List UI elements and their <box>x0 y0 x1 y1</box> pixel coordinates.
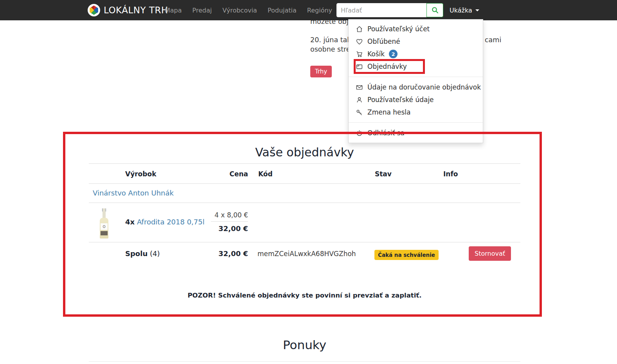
trhy-button[interactable]: Trhy <box>310 66 332 77</box>
navbar: LOKÁLNY TRH Mapa Predaj Výrobcovia Poduj… <box>0 0 617 20</box>
envelope-icon <box>356 84 363 91</box>
wallet-icon <box>356 63 363 70</box>
menu-divider <box>349 77 483 77</box>
cart-count-badge: 2 <box>389 50 398 58</box>
nav-item-vyrobcovia[interactable]: Výrobcovia <box>222 7 257 14</box>
line-total: 32,00 € <box>170 224 248 233</box>
menu-item-label: Objednávky <box>367 63 407 70</box>
product-qty: 4x <box>125 218 135 226</box>
chevron-down-icon <box>475 9 479 11</box>
search-group <box>336 3 443 17</box>
home-icon <box>356 25 363 33</box>
menu-item-orders[interactable]: Objednávky <box>349 60 483 73</box>
menu-item-label: Údaje na doručovanie objednávok <box>367 83 481 91</box>
nav-item-predaj[interactable]: Predaj <box>192 7 212 14</box>
nav-item-regiony[interactable]: Regióny <box>307 7 332 14</box>
col-header-vyrobok: Výrobok <box>125 170 156 178</box>
menu-divider <box>349 122 483 123</box>
price-block: 4 x 8,00 € 32,00 € <box>170 211 248 233</box>
menu-item-user-data[interactable]: Používateľské údaje <box>349 93 483 106</box>
price-divider <box>211 221 248 222</box>
orders-warning: POZOR! Schválené objednávky ste povinní … <box>89 292 520 299</box>
menu-item-change-password[interactable]: Zmena hesla <box>349 106 483 118</box>
search-input[interactable] <box>336 3 426 17</box>
user-menu-toggle[interactable]: Ukážka <box>450 0 479 20</box>
menu-item-label: Používateľské údaje <box>367 96 434 104</box>
menu-item-account[interactable]: Používateľský účet <box>349 23 483 35</box>
divider <box>89 242 520 242</box>
user-icon <box>356 96 363 104</box>
search-icon <box>431 6 439 14</box>
bg-text-line3: osobne stret <box>310 45 353 53</box>
brand-title: LOKÁLNY TRH <box>104 5 168 15</box>
nav-links: Mapa Predaj Výrobcovia Podujatia Regióny <box>165 0 347 20</box>
status-badge: Čaká na schválenie <box>374 250 439 260</box>
cart-icon <box>356 50 363 58</box>
product-thumbnail[interactable]: O <box>97 208 112 238</box>
menu-item-label: Zmena hesla <box>367 108 411 116</box>
menu-item-label: Používateľský účet <box>367 25 430 33</box>
page: LOKÁLNY TRH Mapa Predaj Výrobcovia Poduj… <box>0 0 617 364</box>
menu-item-logout[interactable]: Odhlásiť sa <box>349 127 483 139</box>
unit-price: 4 x 8,00 € <box>170 211 248 219</box>
bg-text-line2-right: cami <box>485 36 501 44</box>
summary-label-bold: Spolu <box>125 249 148 258</box>
menu-item-favorites[interactable]: Obľúbené <box>349 35 483 48</box>
menu-item-delivery-data[interactable]: Údaje na doručovanie objednávok <box>349 81 483 93</box>
user-dropdown-menu: Používateľský účet Obľúbené Košík 2 Obje… <box>348 19 483 143</box>
col-header-cena: Cena <box>209 170 248 178</box>
divider <box>89 183 520 184</box>
heart-icon <box>356 38 363 45</box>
divider <box>89 361 520 362</box>
bg-text-line2: 20. júna tak <box>310 36 351 44</box>
nav-item-podujatia[interactable]: Podujatia <box>268 7 297 14</box>
brand[interactable]: LOKÁLNY TRH <box>88 0 168 20</box>
menu-item-label: Obľúbené <box>367 38 400 45</box>
col-header-kod: Kód <box>258 170 273 178</box>
menu-item-cart[interactable]: Košík 2 <box>349 48 483 60</box>
col-header-info: Info <box>443 170 458 178</box>
site-logo-icon <box>88 4 100 16</box>
menu-item-label: Odhlásiť sa <box>367 129 405 137</box>
menu-item-label: Košík <box>367 50 385 58</box>
offers-title: Ponuky <box>89 338 520 352</box>
summary-total: 32,00 € <box>170 249 248 258</box>
summary-count: (4) <box>150 249 160 258</box>
power-icon <box>356 129 363 137</box>
order-code: memZCeiALwxkA68HVGZhoh <box>257 250 356 258</box>
col-header-stav: Stav <box>375 170 392 178</box>
user-menu-label: Ukážka <box>450 7 472 14</box>
cancel-order-button[interactable]: Stornovať <box>469 246 511 261</box>
divider <box>89 163 520 164</box>
divider <box>89 203 520 203</box>
key-icon <box>356 109 363 116</box>
search-button[interactable] <box>426 3 443 17</box>
producer-link[interactable]: Vinárstvo Anton Uhnák <box>93 189 174 197</box>
orders-title: Vaše objednávky <box>89 145 520 159</box>
nav-item-mapa[interactable]: Mapa <box>165 7 182 14</box>
summary-label: Spolu (4) <box>125 249 160 258</box>
